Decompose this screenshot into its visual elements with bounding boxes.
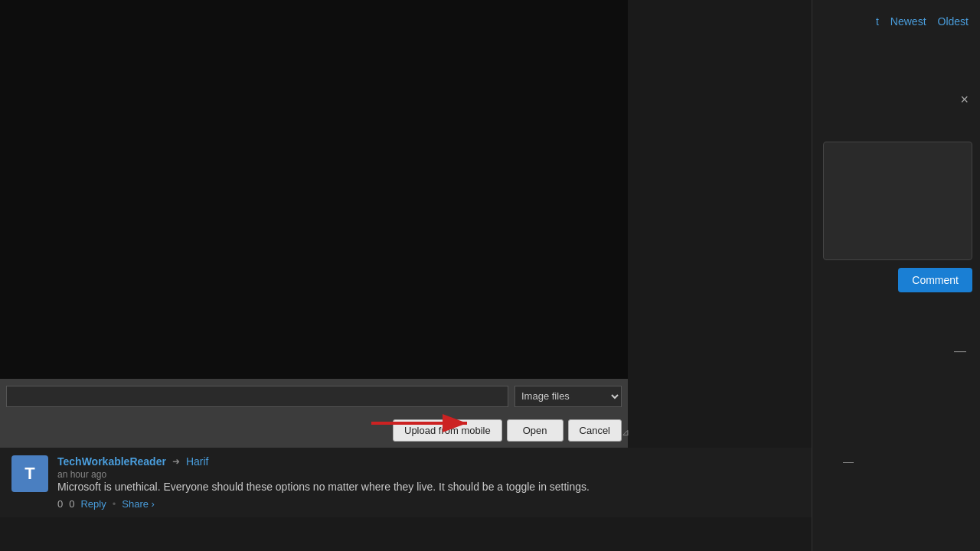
nav-link-t[interactable]: t [876,15,879,28]
commenter-name[interactable]: TechWorkableReader [57,455,166,468]
dot-separator: • [113,498,116,510]
collapse-icon[interactable]: — [954,344,966,358]
comment-row: T TechWorkableReader ➜ Harif an hour ago… [11,455,800,510]
right-sidebar: t Newest Oldest × Comment — [812,0,980,551]
comment-collapse-icon[interactable]: — [843,455,854,468]
comment-header: TechWorkableReader ➜ Harif [57,455,800,468]
open-button[interactable]: Open [507,419,564,442]
comment-time: an hour ago [57,469,800,480]
like-count: 0 [57,498,63,510]
reply-button[interactable]: Reply [80,498,106,510]
nav-link-newest[interactable]: Newest [890,15,926,28]
reply-arrow-icon: ➜ [172,456,180,467]
dislike-count: 0 [69,498,74,510]
close-button[interactable]: × [960,92,969,108]
resize-handle[interactable]: ⊿ [622,427,629,438]
avatar: T [11,455,48,492]
nav-link-oldest[interactable]: Oldest [938,15,969,28]
file-type-select[interactable]: Image files All files [514,386,622,407]
comment-submit-button[interactable]: Comment [898,268,972,292]
comment-content: TechWorkableReader ➜ Harif an hour ago M… [57,455,800,510]
cancel-button[interactable]: Cancel [568,419,622,442]
share-button[interactable]: Share › [122,498,155,510]
comment-textarea[interactable] [823,142,972,260]
comment-actions: 0 0 Reply • Share › [57,498,800,510]
comment-section: T TechWorkableReader ➜ Harif an hour ago… [0,448,812,517]
file-dialog-bar: Image files All files [0,379,628,413]
file-dialog-buttons: Upload from mobile Open Cancel [0,413,628,448]
main-dark-area [0,0,628,444]
upload-from-mobile-button[interactable]: Upload from mobile [393,419,502,442]
comment-text: Microsoft is unethical. Everyone should … [57,480,800,495]
right-panel-nav: t Newest Oldest [812,0,980,35]
file-path-input[interactable] [6,386,508,407]
reply-to-name[interactable]: Harif [186,455,209,468]
